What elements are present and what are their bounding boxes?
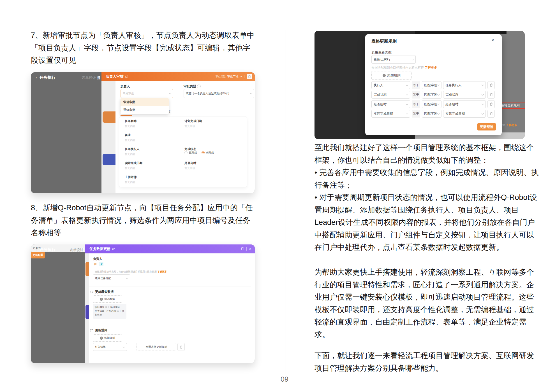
- trash-icon: [490, 112, 493, 115]
- field-empty: 暂无内容: [184, 125, 195, 128]
- rule-value-select[interactable]: 实际完成日期: [443, 110, 486, 118]
- divider: [246, 247, 247, 251]
- column-divider: [286, 30, 286, 377]
- delete-rule-button[interactable]: [487, 100, 495, 108]
- update-type-select[interactable]: 更新已有行: [371, 55, 416, 64]
- flow-canvas-strip: [101, 81, 115, 193]
- field-label: 备注: [125, 133, 131, 137]
- dropdown-option-regular[interactable]: 常规审批: [121, 98, 169, 106]
- screenshot-qrobot-node: ‹任务执行 表单设计 流 任务数据更新 × 负责人 当数据到达该节点时，将自动更…: [31, 244, 255, 363]
- target-app-select[interactable]: 项目任务分配: [93, 274, 130, 282]
- highlighted-config-button[interactable]: 表格更新规则: [499, 102, 525, 109]
- table-update-rules-modal: 表格更新规则 × 表格更新类型 更新已有行 根据匹配规则在目标表格内更新已有行 …: [365, 34, 502, 135]
- add-rule-button[interactable]: +添加规则: [93, 334, 122, 342]
- canvas-header: ‹任务执行: [36, 247, 55, 252]
- rule-operator: 等于: [412, 110, 420, 118]
- tab-form-design[interactable]: 表单设计: [82, 76, 96, 80]
- swap-icon[interactable]: [93, 262, 97, 266]
- rule-field-select[interactable]: 是否超时: [371, 100, 410, 108]
- screenshot-approval-node: ‹任务执行 表单设计 流 负责人审核 节点类型 审批节点 负责人 常规审批 常规…: [31, 72, 255, 193]
- section-update-rules: 更新规则: [90, 328, 107, 332]
- approve-type-label: 审批类型?: [184, 84, 201, 88]
- helper-text: 根据匹配规则在目标表格内更新已有行 了解更多: [371, 66, 437, 70]
- field-empty: 暂无内容: [125, 125, 135, 128]
- close-icon[interactable]: ×: [249, 247, 251, 251]
- edit-icon[interactable]: [125, 75, 128, 78]
- rule-value-select[interactable]: 完成状态: [443, 91, 486, 99]
- trash-icon: [248, 75, 251, 78]
- app-title: 任务执行: [40, 247, 55, 252]
- owner-field-label: 负责人: [121, 84, 130, 88]
- trash-icon: [490, 93, 493, 96]
- refresh-icon: [90, 290, 93, 293]
- tab-flow-design-cut[interactable]: 流: [97, 76, 100, 80]
- filter-data-button[interactable]: +筛选数据: [93, 295, 122, 303]
- field-label: 实际完成日期: [125, 161, 142, 165]
- field-label: 是否超时: [184, 161, 196, 165]
- flow-node-blue[interactable]: [103, 154, 117, 165]
- update-config-button[interactable]: 更新配置: [477, 123, 496, 130]
- field-label: 任务执行人: [125, 147, 140, 151]
- rules-list-icon: [90, 329, 93, 332]
- node-type-select[interactable]: 审批节点: [227, 74, 242, 78]
- learn-more-link[interactable]: 了解更多: [425, 66, 437, 69]
- rule-match-select[interactable]: 匹配字段: [422, 100, 441, 108]
- delete-node-button[interactable]: [241, 246, 244, 251]
- trash-icon: [490, 83, 493, 87]
- helper-text: 当数据到达该节点时，将自动更新所选目标应用内已有数据 了解更多: [95, 270, 167, 274]
- complete-status-radios: 已完成 未完成: [184, 151, 214, 155]
- paragraph-step7: 7、新增审批节点为「负责人审核」，节点负责人为动态调取表单中「项目负责人」字段，…: [31, 29, 257, 67]
- approve-type-select[interactable]: 或签（一名负责人通过或拒绝即可）: [184, 89, 254, 98]
- radio-undone[interactable]: 未完成: [202, 151, 214, 155]
- configure-table-rules-button[interactable]: 配置表格更新规则: [137, 343, 176, 351]
- field-empty: 暂无内容: [125, 167, 135, 170]
- delete-rule-button[interactable]: [487, 110, 495, 118]
- rule-field-select[interactable]: 执行人: [371, 81, 410, 89]
- delete-rule-button[interactable]: [177, 343, 185, 351]
- rule-field-select[interactable]: 完成状态: [371, 91, 410, 99]
- divider: [244, 75, 244, 78]
- tab-flow-design-cut[interactable]: 流: [81, 248, 84, 253]
- delete-node-button[interactable]: [247, 74, 252, 79]
- paper-plane-icon[interactable]: [99, 262, 103, 266]
- learn-more-link[interactable]: 了解更多: [506, 123, 517, 127]
- rule-table-select[interactable]: 任务清单: [93, 343, 127, 351]
- chevron-down-icon: [411, 58, 414, 60]
- close-icon[interactable]: ×: [491, 38, 494, 43]
- drawer-header: 任务数据更新 ×: [85, 244, 255, 253]
- paragraph-bullet-2: • 对于需要周期更新项目状态的情况，也可以使用流程外Q-Robot设置周期提醒、…: [314, 191, 539, 254]
- rule-match-select[interactable]: 匹配字段: [422, 91, 441, 99]
- back-chevron-icon[interactable]: ‹: [36, 75, 37, 80]
- edit-icon[interactable]: [112, 248, 115, 250]
- update-config-button[interactable]: 更新配置: [31, 252, 45, 258]
- rule-match-select[interactable]: 匹配字段: [422, 81, 441, 89]
- rule-field-select[interactable]: 实际完成日期: [371, 110, 410, 118]
- fields-card: [119, 116, 247, 187]
- radio-done[interactable]: 已完成: [184, 151, 197, 155]
- learn-more-link[interactable]: 了解更多: [157, 270, 167, 273]
- divider: [89, 286, 251, 286]
- filter-conditions-panel: 项目编号 等于 项目编号 任务清单 · 任务名称 等于 任务名称: [93, 304, 126, 319]
- chevron-down-icon: [126, 277, 128, 279]
- rule-match-select[interactable]: 匹配字段: [422, 110, 441, 118]
- rule-operator: 等于: [412, 91, 420, 99]
- rule-value-select[interactable]: 任务执行人: [443, 81, 486, 89]
- plus-icon: +: [100, 337, 103, 340]
- field-empty: 暂无内容: [125, 181, 135, 184]
- owner-select[interactable]: 常规审批: [121, 89, 173, 98]
- dropdown-option-stepwise[interactable]: 逐级审批: [121, 106, 169, 114]
- flow-node-orange[interactable]: [103, 111, 117, 123]
- delete-rule-button[interactable]: [487, 81, 495, 89]
- field-label: 上传附件: [125, 175, 137, 179]
- delete-rule-button[interactable]: [487, 91, 495, 99]
- rule-operator: 等于: [412, 81, 420, 89]
- drawer-title: 任务数据更新: [89, 247, 110, 251]
- owner-dropdown: 常规审批 逐级审批: [121, 98, 169, 114]
- trash-icon: [490, 102, 493, 106]
- rule-value-select[interactable]: 是否超时: [443, 100, 486, 108]
- back-chevron-icon[interactable]: ‹: [36, 247, 37, 252]
- owner-icons: [93, 262, 103, 266]
- add-rule-button[interactable]: +添加规则: [371, 71, 412, 80]
- divider: [89, 325, 251, 325]
- owner-field-label: 负责人: [93, 257, 102, 261]
